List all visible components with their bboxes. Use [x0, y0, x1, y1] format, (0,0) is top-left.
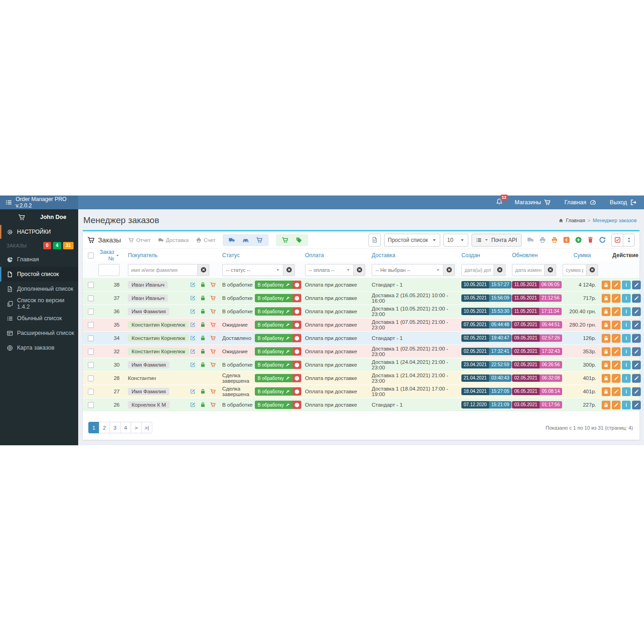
cart-icon[interactable] [210, 349, 216, 354]
report-button[interactable]: Отчет [128, 237, 151, 243]
sidebar-item-karta-zakazov[interactable]: Карта заказов [0, 340, 78, 355]
sort-button[interactable] [623, 234, 635, 247]
edit-order-button[interactable] [612, 294, 621, 303]
filter-updated-input[interactable] [512, 264, 545, 276]
filter-payment-select[interactable]: -- оплата -- [305, 264, 354, 276]
to-processing-button[interactable]: В обработку [255, 307, 293, 316]
edit-pencil-square-icon[interactable] [190, 309, 196, 314]
car-icon[interactable] [242, 237, 249, 243]
cart-icon[interactable] [210, 402, 216, 408]
to-processing-button[interactable]: В обработку [255, 334, 293, 342]
printer-orange-icon[interactable] [551, 236, 558, 243]
page-button-last[interactable]: >| [141, 422, 152, 433]
to-processing-button[interactable]: В обработку [255, 294, 293, 302]
edit-pencil-square-icon[interactable] [190, 335, 196, 341]
lock-order-button[interactable] [602, 281, 610, 289]
cart-icon[interactable] [210, 362, 216, 368]
lock-order-button[interactable] [602, 347, 610, 356]
cart-icon[interactable] [210, 295, 216, 301]
lock-icon[interactable] [200, 282, 206, 288]
note-button[interactable] [632, 281, 641, 289]
clear-customer-filter-button[interactable] [198, 264, 209, 276]
cancel-status-button[interactable] [293, 307, 301, 316]
edit-order-button[interactable] [612, 307, 621, 316]
header-order-no[interactable]: Заказ № [98, 249, 128, 262]
info-button[interactable]: i [622, 321, 631, 329]
lock-icon[interactable] [200, 335, 206, 341]
note-button[interactable] [632, 294, 641, 303]
clear-payment-filter-button[interactable] [354, 264, 365, 276]
header-status[interactable]: Статус [222, 252, 305, 259]
cancel-status-button[interactable] [293, 321, 301, 329]
edit-pencil-square-icon[interactable] [190, 402, 196, 408]
row-checkbox[interactable] [88, 362, 94, 368]
tag-icon[interactable] [296, 237, 302, 243]
invoice-button[interactable]: Счет [196, 237, 215, 243]
cart-icon[interactable] [210, 282, 216, 288]
nav-home[interactable]: Главная [564, 199, 596, 206]
info-button[interactable]: i [622, 294, 631, 303]
row-checkbox[interactable] [88, 375, 94, 381]
select-all-checkbox[interactable] [88, 253, 94, 259]
row-checkbox[interactable] [88, 322, 94, 328]
filter-order-no-input[interactable] [98, 264, 120, 276]
to-processing-button[interactable]: В обработку [255, 347, 293, 356]
lock-icon[interactable] [200, 295, 206, 301]
lock-order-button[interactable] [602, 321, 610, 329]
cart-icon[interactable] [210, 389, 216, 394]
cart-icon[interactable] [210, 322, 216, 328]
edit-order-button[interactable] [612, 401, 621, 409]
edit-order-button[interactable] [612, 347, 621, 356]
mail-api-button[interactable]: Почта API [472, 234, 522, 247]
sidebar-item-obychny-spisok[interactable]: Обычный список [0, 311, 78, 326]
trash-icon[interactable] [587, 236, 594, 243]
cancel-status-button[interactable] [293, 281, 301, 289]
per-page-select[interactable]: 10 [443, 234, 468, 247]
edit-order-button[interactable] [612, 374, 621, 383]
sidebar-item-rasshirenny-spisok[interactable]: Расширенный список [0, 326, 78, 340]
info-button[interactable]: i [622, 334, 631, 343]
edit-pencil-square-icon[interactable] [190, 282, 196, 288]
printer-icon[interactable] [539, 236, 546, 243]
note-button[interactable] [632, 307, 641, 316]
cancel-status-button[interactable] [293, 361, 301, 369]
report-file-button[interactable] [368, 234, 381, 247]
cancel-status-button[interactable] [293, 347, 301, 356]
edit-pencil-square-icon[interactable] [190, 295, 196, 301]
to-processing-button[interactable]: В обработку [255, 321, 293, 329]
lock-icon[interactable] [200, 309, 206, 314]
lock-order-button[interactable] [602, 401, 610, 409]
filter-status-select[interactable]: -- статус -- [222, 264, 283, 276]
lock-order-button[interactable] [602, 294, 610, 303]
edit-order-button[interactable] [612, 281, 621, 289]
header-created[interactable]: Создан [461, 252, 512, 259]
header-payment[interactable]: Оплата [305, 252, 372, 259]
note-button[interactable] [632, 347, 641, 356]
info-button[interactable]: i [622, 374, 631, 383]
breadcrumb-home[interactable]: Главная [566, 218, 585, 223]
note-button[interactable] [632, 321, 641, 329]
to-processing-button[interactable]: В обработку [255, 401, 293, 409]
refresh-icon[interactable] [599, 236, 606, 243]
notifications-button[interactable]: 12 [496, 198, 503, 207]
note-button[interactable] [632, 374, 641, 383]
info-button[interactable]: i [622, 387, 631, 396]
to-processing-button[interactable]: В обработку [255, 281, 293, 289]
page-button-1[interactable]: 1 [88, 422, 99, 433]
sidebar-item-settings[interactable]: НАСТРОЙКИ [0, 225, 78, 239]
filter-sum-input[interactable] [563, 264, 586, 276]
header-updated[interactable]: Обновлен [512, 252, 563, 259]
clear-sum-filter-button[interactable] [586, 264, 598, 276]
row-checkbox[interactable] [88, 335, 94, 341]
sidebar-item-dopolnenny-spisok[interactable]: Дополненный список [0, 282, 78, 296]
sidebar-item-spisok-po-versii[interactable]: Список по версии 1.4.2 [0, 296, 78, 311]
page-button-2[interactable]: 2 [99, 422, 110, 433]
lock-icon[interactable] [200, 389, 206, 394]
cart-icon[interactable] [210, 309, 216, 314]
app-brand[interactable]: Order Manager PRO v.2.0.2 [0, 196, 78, 209]
clear-created-filter-button[interactable] [494, 264, 506, 276]
page-button-3[interactable]: 3 [109, 422, 121, 433]
truck-icon[interactable] [229, 237, 235, 243]
filter-created-input[interactable] [461, 264, 494, 276]
page-button-4[interactable]: 4 [120, 422, 131, 433]
